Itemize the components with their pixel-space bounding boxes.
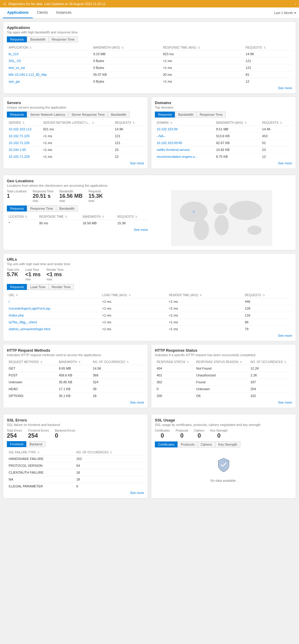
btn-ssl-ciphers[interactable]: Ciphers [197,441,215,447]
ssl-failure-occurrences: 18 [74,476,144,483]
geo-requests-value: 15.3K [88,193,103,199]
geo-bandwidth-value: 16.56 MB [59,193,82,199]
time-selector[interactable]: Last 1 Month ▾ [274,11,296,15]
url-render-time: <1 ms [167,298,243,305]
server-requests: 14.9K [113,126,144,133]
ssl-errors-subtitle: SSL failure on frontend and backend [7,423,144,427]
table-row: 10.244.1.95 <1 ms 23 [7,146,144,153]
btn-domains-bandwidth[interactable]: Bandwidth [175,112,196,118]
ssl-failure-type: NA [7,476,74,483]
btn-geo-bandwidth[interactable]: Bandwidth [56,206,78,211]
tab-instances[interactable]: Instances [52,7,76,18]
geo-requests: Requests 15.3K total [88,190,103,203]
btn-urls-load-time[interactable]: Load Time [27,284,48,290]
geo-total-locations-label: Total Locations [7,190,27,193]
btn-urls-requests[interactable]: Requests [7,284,27,290]
btn-response-time[interactable]: Response Time [49,36,78,42]
table-row: lb_114 9.15 MB 923 ms 14.9K [7,51,292,58]
server-latency: <1 ms [41,133,113,140]
btn-servers-response-time[interactable]: Server Response Time [68,112,108,118]
url-load-time: <1 ms [100,298,167,305]
method-occurrences: 368 [91,372,144,379]
world-map [171,190,272,246]
ssl-usage-no-data-text: No data available. [210,479,236,482]
status-see-more[interactable]: See more [155,399,292,404]
table-row: 10.102.103.99:80 62.67 KB 52 [155,140,292,146]
methods-see-more[interactable]: See more [7,399,144,404]
table-row: CLIENTAUTH FAILURE 18 [7,469,144,476]
col-bandwidth-avg: BANDWIDTH (AVG) ⇅ [91,45,161,51]
col-ssl-failure-type: SSL FAILURE TYPE ⇅ [7,450,74,455]
domain-bandwidth: 8.75 KB [214,153,260,160]
server-requests: 121 [113,140,144,146]
svg-point-7 [192,211,195,213]
btn-domains-requests[interactable]: Requests [155,112,175,118]
btn-bandwidth[interactable]: Bandwidth [27,36,48,42]
http-status-subtitle: Indicates if a specific HTTP request has… [155,353,292,357]
btn-ssl-key-strength[interactable]: Key Strength [215,441,241,447]
method-bandwidth: 35.85 KB [57,379,91,386]
nav-bar: Applications Clients Instances Last 1 Mo… [0,7,299,18]
geo-requests-sub: total [88,199,103,203]
url-load-time: <1 ms [100,319,167,326]
btn-servers-requests[interactable]: Requests [7,112,27,118]
applications-title: Applications [7,25,292,30]
ssl-frontend-errors-label: Frontend Errors [28,429,49,432]
btn-geo-response-time[interactable]: Response Time [27,206,56,211]
col-dom-requests: REQUESTS ⇅ [260,120,292,126]
url-path: /admin_ui/mas/ent/login.html [7,326,100,333]
app-bandwidth: 55.07 KB [91,71,161,78]
ssl-usage-subtitle: SSL usage by certificates, protocols, ci… [155,423,292,427]
ssl-errors-btn-group: Frontend Backend [7,441,144,447]
url-path: /console/login/LoginForm.jsp [7,305,100,312]
servers-card: Servers Unique servers accessing the app… [3,97,148,169]
btn-urls-render-time[interactable]: Render Time [49,284,74,290]
geo-see-more[interactable]: See more [7,226,148,231]
geo-btn-group: Requests Response Time Bandwidth [7,206,148,211]
url-load-time: <1 ms [100,312,167,319]
table-row: 10.102.71.228 <1 ms 12 [7,153,144,160]
btn-domains-response-time[interactable]: Response Time [197,112,226,118]
applications-see-more[interactable]: See more [7,85,292,90]
ssl-errors-title: SSL Errors [7,418,144,422]
server-latency: 921 ms [41,126,113,133]
shield-icon [215,456,233,474]
ssl-certs-value: 0 [155,432,170,439]
page-content: Applications Top apps with high bandwidt… [0,18,299,507]
btn-servers-bandwidth[interactable]: Bandwidth [108,112,130,118]
app-name: test_vs_ssl [7,64,91,71]
btn-geo-requests[interactable]: Requests [7,206,27,211]
nav-tabs: Applications Clients Instances [3,7,76,18]
domain-bandwidth: 8.51 MB [214,126,260,133]
domains-see-more[interactable]: See more [155,160,292,165]
btn-ssl-protocols[interactable]: Protocols [177,441,197,447]
server-latency: <1 ms [41,140,113,146]
app-response-time: 20 ms [161,71,244,78]
warning-arrow-icon[interactable]: › [295,2,296,6]
method-name: POST [7,372,57,379]
table-row: /admin_ui/mas/ent/login.html <1 ms <1 ms… [7,326,292,333]
server-latency: <1 ms [41,146,113,153]
app-name: SSL_VS [7,58,91,64]
url-path: /index.php [7,312,100,319]
ssl-frontend-errors: Frontend Errors 254 [28,429,49,439]
app-bandwidth: 0 Bytes [91,58,161,64]
tab-applications[interactable]: Applications [3,7,33,18]
col-geo-response-time: RESPONSE TIME ⇅ [38,214,81,220]
warning-bar: ⚠ Diagnostics for No data Last Updated o… [0,0,299,7]
btn-ssl-certificates[interactable]: Certificates [155,441,177,447]
status-code: 0 [155,386,194,393]
url-render-time: <1 ms [167,312,243,319]
btn-ssl-frontend[interactable]: Frontend [7,441,26,447]
tab-clients[interactable]: Clients [33,7,52,18]
btn-ssl-backend[interactable]: Backend [26,441,46,447]
btn-requests[interactable]: Requests [7,36,27,42]
geo-content: Total Locations 1 Response Time 20.51 s … [7,190,292,246]
url-requests: 116 [243,312,292,319]
ssl-errors-see-more[interactable]: See more [7,489,144,495]
table-row: 10.102.71.226 <1 ms 121 [7,140,144,146]
urls-see-more[interactable]: See more [7,332,292,337]
col-status-occurrences: NO. OF OCCURENCES ⇅ [249,359,292,365]
servers-see-more[interactable]: See more [7,160,144,165]
btn-servers-network-latency[interactable]: Server Network Latency [27,112,68,118]
